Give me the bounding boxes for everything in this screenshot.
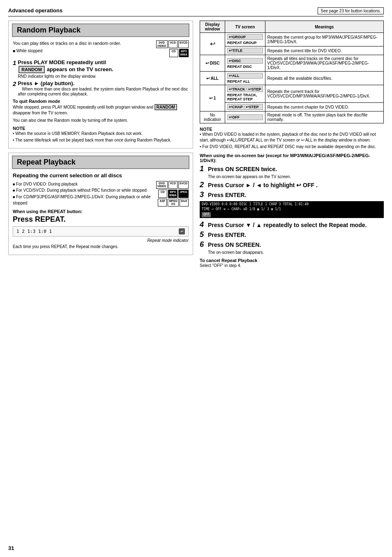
os-step6-num: 6 [200,240,205,249]
meaning-disc: Repeats all titles and tracks on the cur… [265,55,383,72]
random-indicator-2: RANDOM [154,104,177,110]
display-cell-1b: ↩ 1 [200,85,225,111]
repeat-bullets: For DVD VIDEO: During playback For VCD/S… [13,181,153,207]
os-step1-sub: The on-screen bar appears on the TV scre… [208,174,384,179]
to-quit-title: To quit Random mode [13,99,189,104]
badge-asf-r: ASF [158,199,167,207]
random-note-title: NOTE [13,126,189,131]
os-step2-text: Press Cursor ► / ◄ to highlight ↩ OFF . [208,182,318,188]
step1-random-indicator: RANDOM [18,66,45,73]
step1-row: 1 Press PLAY MODE repeatedly until RANDO… [13,59,189,79]
page-number: 31 [8,545,14,551]
meaning-chap: Repeats the current chapter for DVD VIDE… [265,103,383,111]
step1-content: Press PLAY MODE repeatedly until RANDOM … [18,59,189,79]
tv-cell-disc: ↩DISC REPEAT DISC [225,55,265,72]
left-column: Random Playback You can play titles or t… [8,21,193,270]
th-meanings: Meanings [265,21,383,33]
while-stopped: ■ While stopped [13,48,153,54]
to-quit-also: You can also clear the Random mode by tu… [13,118,189,123]
repeat-playback-body: Repeating the current selection or all d… [12,172,189,249]
meaning-group: Repeats the current group for MP3/WMA/JP… [265,33,383,46]
step1-text: Press PLAY MODE repeatedly until [18,59,106,65]
display-cell-disc: ↩ DISC [200,55,225,72]
table-row-all: ↩ ALL ↩ALL REPEAT ALL Repeats all the av… [200,72,384,85]
tv-cell-chap: ↩CHAP · ↩STEP [225,103,265,111]
right-note-title: NOTE [200,127,384,132]
th-tv: TV screen [225,21,265,33]
repeat-icon: ↩ [179,228,185,234]
step2-text: Press ► (play button). [18,80,74,86]
repeat-playback-title: Repeat Playback [12,155,189,169]
right-note-section: NOTE When DVD VIDEO is loaded in the sys… [200,127,384,150]
os-step4: 4 Press Cursor ▼ / ▲ repeatedly to selec… [200,220,384,229]
tv-label-title: ↩TITLE [227,48,263,53]
step1-text2: appears on the TV screen. [47,66,113,72]
rnd-note: RND indicator lights on the display wind… [18,74,96,79]
tv-label-group: ↩GROUP [227,34,263,40]
repeat-bullet-2: For VCD/SVCD: During playback without PB… [13,187,153,194]
tv-label-all: ↩ALL [227,73,263,79]
on-screen-title: When using the on-screen bar (except for… [200,153,384,163]
table-row-group: ↩ ↩GROUP REPEAT GROUP Repeats the curren… [200,33,384,46]
meaning-all: Repeats all the available discs/files. [265,72,383,85]
tv-cell-all: ↩ALL REPEAT ALL [225,72,265,85]
tv-label-chap: ↩CHAP · ↩STEP [227,104,263,110]
display-numbers: 1 2 1:3 1:0 1 [16,229,52,234]
dvd-bar: DVD-VIDEO 0:0 0:00 DISC 1 TITLE 1 CHAP 3… [200,201,384,218]
press-repeat: Press REPEAT. [13,215,189,224]
display-cell-1: ↩ [200,33,225,55]
tv-text-group: REPEAT GROUP [227,41,263,45]
badge-vcd-r: VCD [168,181,178,189]
os-step6-text: Press ON SCREEN. [208,241,261,248]
step2-row: 2 Press ► (play button). When more than … [13,80,189,96]
random-intro: You can play titles or tracks on a disc … [13,40,153,46]
header-note: See page 23 for button locations. [318,7,384,14]
right-note-2: For DVD VIDEO, REPEAT ALL and REPEAT DIS… [200,144,384,150]
page: Advanced operations See page 23 for butt… [0,0,392,557]
badge-cd: CD [169,49,178,57]
repeat-bullet-1: For DVD VIDEO: During playback [13,181,153,188]
tv-label-track: ↩TRACK · ↩STEP [227,86,263,92]
badge-dvd-r: DVDVIDEO [156,181,168,189]
tv-label-disc: ↩DISC [227,58,263,64]
repeat-table: Display window TV screen Meanings ↩ ↩GRO… [200,21,384,123]
page-title: Advanced operations [8,7,62,14]
os-step1-text: Press ON SCREEN twice. [208,166,277,172]
tv-label-off: ↩OFF [227,114,263,120]
os-step1-num: 1 [200,165,205,173]
table-row-track: ↩ 1 ↩TRACK · ↩STEP REPEAT TRACK,REPEAT S… [200,85,384,103]
tv-cell-track: ↩TRACK · ↩STEP REPEAT TRACK,REPEAT STEP [225,85,265,103]
repeat-playback-section: Repeat Playback Repeating the current se… [8,153,193,255]
os-step4-num: 4 [200,220,205,229]
tv-cell-title: ↩TITLE [225,46,265,55]
os-step6-sub: The on-screen bar disappears. [208,250,384,255]
badge-dvd: DVDVIDEO [156,40,168,48]
random-note-2: The same title/track will not be played … [13,137,189,143]
meaning-title: Repeats the current title for DVD VIDEO. [265,46,383,55]
cancel-title: To cancel Repeat Playback [200,258,384,263]
os-step3-text: Press ENTER. [208,192,246,198]
os-step3-num: 3 [200,190,205,199]
os-step2-num: 2 [200,181,205,189]
table-row-disc: ↩ DISC ↩DISC REPEAT DISC Repeats all tit… [200,55,384,72]
display-cell-all: ↩ ALL [200,72,225,85]
main-content: Random Playback You can play titles or t… [8,21,384,270]
repeat-subsection-title: Repeating the current selection or all d… [13,172,189,179]
badge-svcd-r: SVCD [178,181,189,189]
dvd-bar-line2: TIME ↩ OFF ⊕ → CHAP→ ⊕D 1/8 ▣ 1/ 3 ☎ 1/1 [202,207,382,212]
when-repeat-label: When using the REPEAT button: [13,209,189,214]
table-row-no-indication: No indication ↩OFF Repeat mode is off. T… [200,111,384,123]
right-column: Display window TV screen Meanings ↩ ↩GRO… [200,21,384,270]
display-bar: 1 2 1:3 1:0 1 ↩ [13,226,189,237]
os-step4-text: Press Cursor ▼ / ▲ repeatedly to select … [208,222,367,228]
badge-jpeg-r: JPEG [178,190,189,197]
tv-text-disc: REPEAT DISC [227,65,263,69]
tv-text-track: REPEAT TRACK,REPEAT STEP [227,93,263,101]
repeat-media-badges: DVDVIDEO VCD SVCD CD MP3WMA JPEG ASF [156,181,189,207]
dvd-bar-line1: DVD-VIDEO 0:0 0:00 DISC 1 TITLE 1 CHAP 3… [202,202,382,207]
right-note-list: When DVD VIDEO is loaded in the system, … [200,132,384,150]
tv-text-all: REPEAT ALL [227,79,263,84]
table-row-chap: ↩CHAP · ↩STEP Repeats the current chapte… [200,103,384,111]
badge-mp3-r: MP3WMA [168,190,178,197]
badge-cd-r: CD [158,190,167,197]
